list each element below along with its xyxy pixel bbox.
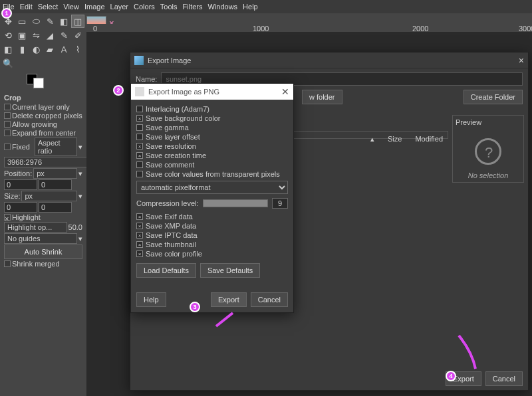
chevron-down-icon[interactable]: ▾	[78, 169, 82, 178]
checkbox[interactable]	[136, 232, 143, 239]
color-select-icon[interactable]: ◧	[57, 15, 70, 28]
pencil-icon[interactable]: ✐	[71, 29, 84, 42]
tool-options-header: Crop	[4, 94, 82, 102]
auto-shrink-button[interactable]: Auto Shrink	[4, 245, 82, 259]
opt-label: Save gamma	[146, 124, 189, 132]
checkbox[interactable]	[136, 152, 143, 159]
highlight-label: Highlight	[12, 213, 41, 221]
rotate-icon[interactable]: ⟲	[1, 29, 15, 42]
cancel-button[interactable]: Cancel	[485, 371, 523, 386]
aspect-select[interactable]: Aspect ratio	[35, 138, 77, 156]
name-label: Name:	[136, 75, 157, 83]
compression-slider[interactable]	[203, 199, 268, 207]
menu-filters[interactable]: Filters	[183, 3, 203, 11]
menu-colors[interactable]: Colors	[134, 3, 155, 11]
load-defaults-button[interactable]: Load Defaults	[136, 263, 196, 278]
chevron-down-icon[interactable]: ▾	[78, 235, 82, 243]
opt-label: Save layer offset	[146, 133, 200, 141]
brush-icon[interactable]: ✎	[57, 29, 70, 42]
chevron-down-icon[interactable]: ▾	[78, 192, 82, 201]
guides-select[interactable]: No guides	[4, 233, 77, 244]
zoom-icon[interactable]: 🔍	[1, 56, 15, 70]
checkbox[interactable]	[4, 144, 11, 150]
crop-tool-icon[interactable]: ◫	[71, 15, 84, 28]
menu-layer[interactable]: Layer	[110, 3, 129, 11]
flip-icon[interactable]: ⇋	[29, 29, 43, 42]
size-h-input[interactable]	[39, 202, 72, 213]
unit-select[interactable]: px	[21, 191, 77, 201]
menu-select[interactable]: Select	[38, 3, 59, 11]
smudge-icon[interactable]: ▰	[43, 43, 57, 56]
tool-options: Crop Current layer only Delete cropped p…	[0, 91, 86, 270]
position-label: Position:	[4, 169, 32, 177]
sort-icon[interactable]: ▴	[370, 135, 374, 144]
checkbox[interactable]	[136, 250, 143, 257]
checkbox[interactable]	[136, 241, 143, 248]
scale-icon[interactable]: ▣	[15, 29, 29, 42]
close-icon[interactable]: ✕	[281, 86, 289, 97]
checkbox[interactable]	[136, 124, 143, 131]
bucket-icon[interactable]: ▮	[15, 43, 29, 56]
col-size[interactable]: Size	[388, 135, 402, 144]
checkbox[interactable]	[136, 106, 143, 112]
path-icon[interactable]: ⌇	[71, 43, 84, 56]
checkbox[interactable]	[136, 161, 143, 168]
checkbox[interactable]	[136, 134, 143, 140]
free-select-icon[interactable]: ⬭	[29, 15, 43, 28]
png-dialog-title: Export Image as PNG	[148, 88, 219, 96]
menu-edit[interactable]: Edit	[20, 3, 33, 11]
menu-windows[interactable]: Windows	[207, 3, 237, 11]
rect-select-icon[interactable]: ▭	[15, 15, 29, 28]
checkbox[interactable]: ×	[4, 214, 11, 221]
pos-x-input[interactable]	[4, 179, 37, 190]
fuzzy-select-icon[interactable]: ✎	[43, 15, 57, 28]
background-swatch[interactable]	[33, 78, 44, 88]
save-folder-button[interactable]: w folder	[302, 90, 342, 104]
export-button[interactable]: Export	[211, 292, 247, 307]
checkbox[interactable]	[4, 104, 11, 110]
checkbox[interactable]	[136, 223, 143, 229]
shrink-merged-label: Shrink merged	[12, 260, 60, 268]
checkbox[interactable]	[136, 213, 143, 220]
cancel-button[interactable]: Cancel	[251, 292, 288, 307]
pixelformat-select[interactable]: automatic pixelformat	[136, 181, 288, 194]
dialog-titlebar[interactable]: Export Image ×	[130, 52, 528, 68]
opt-label: Current layer only	[12, 103, 70, 111]
size-w-input[interactable]	[4, 202, 37, 213]
create-folder-button[interactable]: Create Folder	[464, 90, 523, 104]
perspective-icon[interactable]: ◢	[43, 29, 57, 42]
unit-select[interactable]: px	[33, 168, 77, 179]
opt-label: Delete cropped pixels	[12, 112, 82, 120]
checkbox[interactable]	[4, 130, 11, 136]
gradient-icon[interactable]: ◐	[29, 43, 43, 56]
opt-label: Expand from center	[12, 129, 76, 137]
checkbox[interactable]	[136, 143, 143, 149]
checkbox[interactable]	[4, 260, 11, 267]
highlight-val: 50.0	[68, 223, 82, 231]
menu-help[interactable]: Help	[243, 3, 258, 11]
compression-value[interactable]: 9	[272, 198, 288, 209]
no-selection-label: No selection	[456, 171, 521, 179]
highlight-opacity[interactable]: Highlight op...	[4, 222, 67, 233]
col-modified[interactable]: Modified	[415, 135, 443, 144]
chevron-down-icon[interactable]: ▾	[78, 143, 82, 151]
menu-tools[interactable]: Tools	[160, 3, 178, 11]
pos-y-input[interactable]	[39, 179, 72, 190]
opt-label: Save creation time	[146, 151, 206, 159]
checkbox[interactable]	[136, 171, 143, 177]
opt-label: Allow growing	[12, 120, 57, 128]
png-dialog-titlebar[interactable]: Export Image as PNG ✕	[131, 84, 293, 100]
annotation-2: 2	[113, 85, 124, 96]
help-button[interactable]: Help	[136, 292, 166, 307]
checkbox[interactable]	[4, 112, 11, 119]
annotation-4: 4	[446, 371, 456, 381]
menu-view[interactable]: View	[63, 3, 79, 11]
close-icon[interactable]: ×	[519, 55, 524, 66]
checkbox[interactable]	[4, 121, 11, 128]
save-defaults-button[interactable]: Save Defaults	[200, 263, 260, 278]
menubar: File Edit Select View Image Layer Colors…	[0, 0, 532, 13]
checkbox[interactable]	[136, 115, 143, 122]
eraser-icon[interactable]: ◧	[1, 43, 15, 56]
text-icon[interactable]: A	[57, 43, 70, 56]
menu-image[interactable]: Image	[84, 3, 105, 11]
